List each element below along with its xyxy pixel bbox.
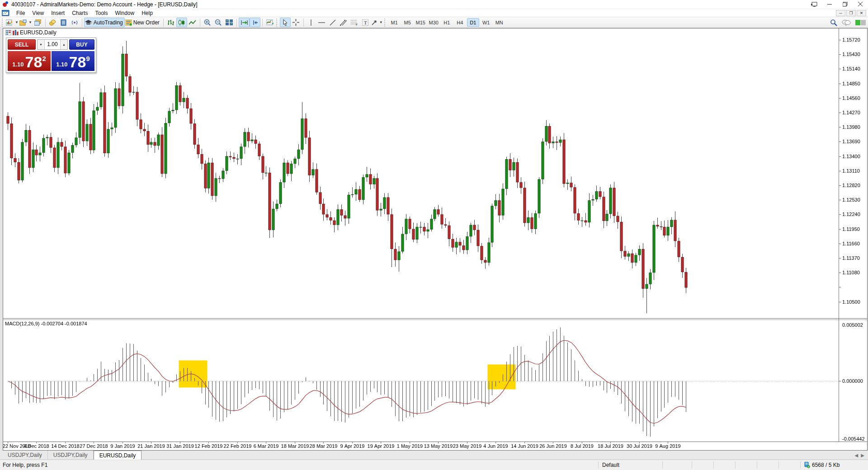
candlestick-mode-button[interactable] [176,18,187,27]
bar-chart-icon [167,19,174,26]
status-profile[interactable]: Default [598,461,662,469]
candlestick-icon [178,19,185,26]
volume-increase-button[interactable]: ▲ [60,40,67,49]
menu-item-help[interactable]: Help [138,10,156,16]
chart-shift-icon [251,19,259,26]
profiles-button[interactable]: ▼ [19,18,33,27]
chart-tab-eurusd-daily[interactable]: EURUSD,Daily [94,451,142,460]
new-chart-icon [6,19,13,26]
chart-shift-button[interactable] [250,18,260,27]
buy-button[interactable]: BUY [69,39,94,50]
community-chat-icon[interactable] [842,19,851,26]
chart-symbol-label: EURUSD,Daily [20,29,57,36]
svg-text:F: F [356,23,358,26]
cursor-button[interactable] [280,18,291,27]
signals-icon [71,19,78,26]
auto-scroll-button[interactable] [239,18,250,27]
title-bar: 40030107 - AdmiralMarkets-Demo: Demo Acc… [0,0,868,9]
timeframe-m30[interactable]: M30 [428,18,440,27]
close-button[interactable] [853,0,868,9]
status-bar: For Help, press F1 Default 6568 / 5 Kb [0,460,868,470]
status-traffic: 6568 / 5 Kb [800,461,868,469]
toolbar-drag-handle[interactable] [384,19,387,27]
child-close-button[interactable]: ✕ [857,10,866,16]
sell-price[interactable]: 1.10782 [8,51,51,71]
indicators-button[interactable] [264,18,275,27]
tab-scroll-right-icon[interactable]: ▶ [861,453,864,458]
indicators-icon [266,19,274,26]
presentation-mode-icon[interactable] [807,0,822,9]
autotrading-icon [85,19,92,26]
menu-item-view[interactable]: View [28,10,47,16]
equidistant-channel-button[interactable] [338,18,349,27]
new-order-button[interactable]: New Order [125,18,161,27]
restore-button[interactable] [837,0,853,9]
menu-item-file[interactable]: File [13,10,28,16]
autotrading-button[interactable]: AutoTrading [84,18,125,27]
menu-items: FileViewInsertChartsToolsWindowHelp [13,10,156,16]
trendline-button[interactable] [327,18,338,27]
chart-canvas[interactable] [3,28,867,450]
vertical-line-button[interactable] [306,18,316,27]
connection-status-icon [855,20,866,25]
menu-item-window[interactable]: Window [112,10,138,16]
equidistant-channel-icon [340,19,347,26]
buy-price-pip: 9 [86,55,90,62]
timeframe-w1[interactable]: W1 [480,18,492,27]
sell-button[interactable]: SELL [8,39,36,50]
one-click-toggle-icon[interactable] [13,30,19,35]
zoom-out-button[interactable] [213,18,224,27]
autotrading-label: AutoTrading [94,19,124,26]
new-order-icon [125,19,132,26]
toolbar-drag-handle[interactable] [276,19,278,27]
menu-item-insert[interactable]: Insert [47,10,68,16]
market-watch-button[interactable] [47,18,58,27]
arrows-shapes-icon [371,19,377,26]
volume-stepper: ▼ 1.00 ▲ [37,39,68,50]
menu-item-charts[interactable]: Charts [68,10,91,16]
market-watch-icon [49,19,56,26]
horizontal-line-button[interactable] [316,18,327,27]
timeframe-m1[interactable]: M1 [388,18,401,27]
timeframe-mn[interactable]: MN [493,18,505,27]
text-label-button[interactable]: T [360,18,371,27]
window-title: 40030107 - AdmiralMarkets-Demo: Demo Acc… [11,1,198,8]
auto-scroll-icon [241,19,248,26]
timeframe-h1[interactable]: H1 [441,18,453,27]
data-window-button[interactable] [58,18,69,27]
cascade-windows-button[interactable] [33,18,43,27]
tile-windows-button[interactable] [224,18,235,27]
cursor-icon [283,19,288,26]
fibonacci-icon: F [351,19,358,26]
new-order-label: New Order [133,19,161,26]
depth-of-market-icon[interactable] [5,30,11,35]
trendline-icon [330,19,336,26]
child-minimize-button[interactable]: ─ [836,10,845,16]
timeframe-m5[interactable]: M5 [401,18,414,27]
menu-item-tools[interactable]: Tools [92,10,112,16]
shapes-button[interactable]: ▼ [371,18,383,27]
new-chart-button[interactable]: ▼ [5,18,19,27]
chart-tab-usdjpy-daily[interactable]: USDJPY,Daily [2,451,48,459]
timeframe-m15[interactable]: M15 [415,18,427,27]
volume-value[interactable]: 1.00 [45,40,60,49]
fibonacci-button[interactable]: F [349,18,360,27]
minimize-button[interactable] [822,0,837,9]
sell-price-big: 78 [25,54,42,70]
timeframe-h4[interactable]: H4 [454,18,466,27]
child-restore-button[interactable]: ❐ [846,10,856,16]
search-icon[interactable] [830,19,837,26]
crosshair-button[interactable] [291,18,302,27]
signals-button[interactable] [69,18,80,27]
vertical-line-icon [308,19,314,26]
toolbar-drag-handle[interactable] [2,19,4,27]
tab-scroll-left-icon[interactable]: ◀ [855,453,859,458]
crosshair-icon [292,19,299,26]
timeframe-d1[interactable]: D1 [467,18,479,27]
bar-chart-mode-button[interactable] [165,18,176,27]
chart-tab-usdjpy-daily[interactable]: USDJPY,Daily [48,451,94,459]
volume-decrease-button[interactable]: ▼ [38,40,45,49]
buy-price[interactable]: 1.10789 [52,51,94,71]
line-chart-mode-button[interactable] [187,18,198,27]
zoom-in-button[interactable] [202,18,213,27]
